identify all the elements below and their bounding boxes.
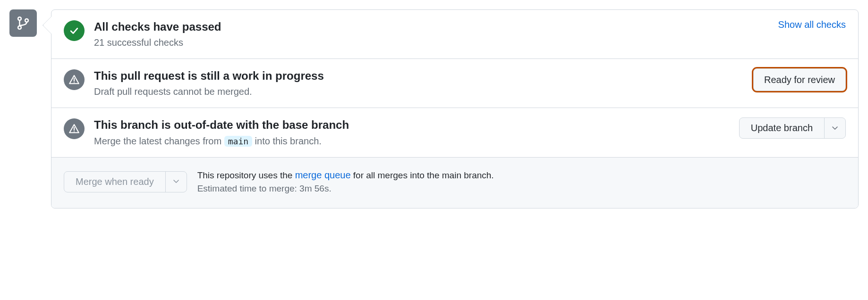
draft-section: This pull request is still a work in pro… (51, 59, 858, 108)
outdated-subtitle: Merge the latest changes from main into … (94, 134, 730, 148)
checks-body: All checks have passed 21 successful che… (94, 19, 769, 49)
merge-footer: Merge when ready This repository uses th… (51, 158, 858, 208)
git-branch-icon (9, 9, 37, 37)
update-branch-button[interactable]: Update branch (740, 118, 825, 138)
check-icon (64, 20, 85, 41)
outdated-body: This branch is out-of-date with the base… (94, 117, 730, 147)
draft-title: This pull request is still a work in pro… (94, 68, 744, 83)
outdated-sub-suffix: into this branch. (252, 136, 322, 146)
checks-section: All checks have passed 21 successful che… (51, 10, 858, 59)
checks-title: All checks have passed (94, 19, 769, 34)
merge-caret (166, 172, 187, 192)
update-branch-caret[interactable] (825, 118, 845, 138)
svg-point-6 (74, 131, 75, 132)
svg-point-1 (18, 26, 21, 29)
show-all-checks-link[interactable]: Show all checks (778, 19, 846, 30)
alert-icon (64, 118, 85, 139)
svg-point-4 (74, 82, 75, 83)
merge-when-ready-split-button: Merge when ready (64, 171, 187, 192)
draft-body: This pull request is still a work in pro… (94, 68, 744, 98)
draft-subtitle: Draft pull requests cannot be merged. (94, 85, 744, 98)
caret-down-icon (832, 126, 838, 130)
timeline-gutter (9, 9, 37, 37)
outdated-section: This branch is out-of-date with the base… (51, 108, 858, 157)
update-branch-split-button: Update branch (739, 117, 846, 139)
merge-queue-link[interactable]: merge queue (295, 170, 351, 180)
svg-point-2 (25, 19, 28, 22)
outdated-sub-prefix: Merge the latest changes from (94, 136, 224, 146)
merge-footer-text: This repository uses the merge queue for… (197, 168, 494, 196)
checks-subtitle: 21 successful checks (94, 36, 769, 49)
merge-text-suffix: for all merges into the main branch. (351, 170, 494, 180)
merge-panel: All checks have passed 21 successful che… (51, 9, 859, 208)
svg-point-0 (18, 17, 21, 20)
merge-when-ready-button: Merge when ready (64, 172, 166, 192)
caret-down-icon (173, 180, 179, 183)
merge-panel-wrap: All checks have passed 21 successful che… (51, 9, 859, 208)
merge-status-container: All checks have passed 21 successful che… (9, 9, 859, 208)
outdated-title: This branch is out-of-date with the base… (94, 117, 730, 132)
alert-icon (64, 69, 85, 90)
merge-estimate: Estimated time to merge: 3m 56s. (197, 183, 332, 193)
base-branch-pill: main (224, 136, 252, 147)
merge-text-prefix: This repository uses the (197, 170, 295, 180)
ready-for-review-button[interactable]: Ready for review (753, 68, 846, 91)
